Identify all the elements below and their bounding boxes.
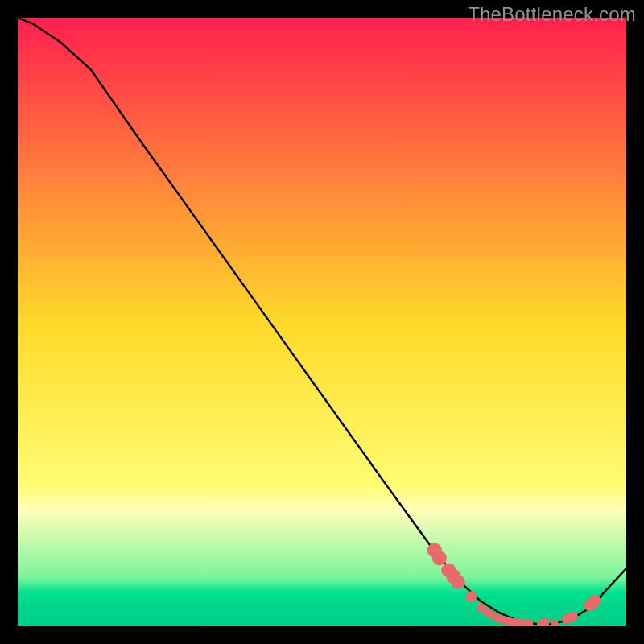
curve-marker	[568, 611, 578, 621]
chart-background	[18, 18, 626, 626]
curve-marker	[541, 618, 550, 626]
curve-marker	[588, 595, 601, 607]
chart-stage: TheBottleneck.com	[0, 0, 644, 644]
curve-marker	[451, 575, 465, 589]
curve-marker	[465, 591, 477, 602]
curve-marker	[432, 551, 447, 565]
chart-plot	[18, 18, 626, 626]
